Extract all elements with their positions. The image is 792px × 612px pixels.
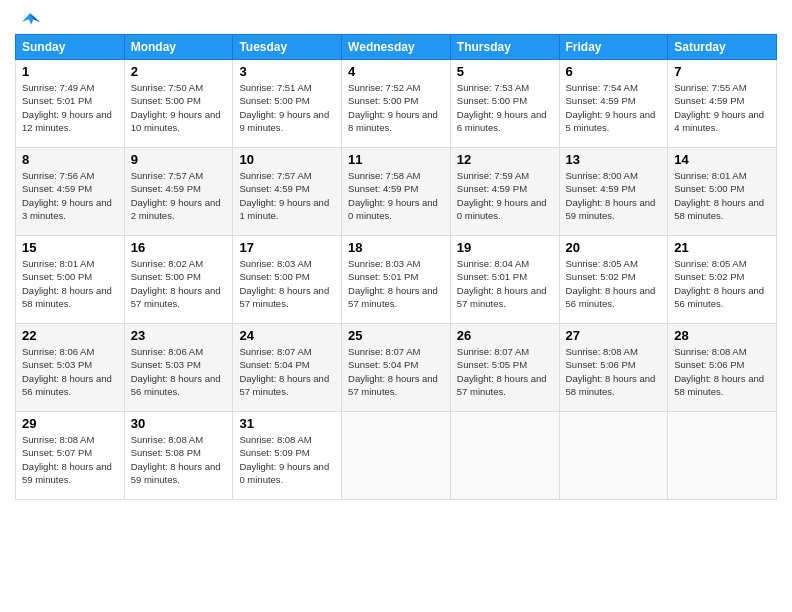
sunset-label: Sunset: 5:00 PM xyxy=(131,95,201,106)
calendar-cell: 14 Sunrise: 8:01 AM Sunset: 5:00 PM Dayl… xyxy=(668,148,777,236)
calendar-week-5: 29 Sunrise: 8:08 AM Sunset: 5:07 PM Dayl… xyxy=(16,412,777,500)
calendar-week-2: 8 Sunrise: 7:56 AM Sunset: 4:59 PM Dayli… xyxy=(16,148,777,236)
day-info: Sunrise: 7:58 AM Sunset: 4:59 PM Dayligh… xyxy=(348,169,444,222)
calendar-week-1: 1 Sunrise: 7:49 AM Sunset: 5:01 PM Dayli… xyxy=(16,60,777,148)
day-number: 23 xyxy=(131,328,227,343)
sunset-label: Sunset: 4:59 PM xyxy=(566,95,636,106)
day-info: Sunrise: 8:07 AM Sunset: 5:05 PM Dayligh… xyxy=(457,345,553,398)
calendar-header-wednesday: Wednesday xyxy=(342,35,451,60)
sunrise-label: Sunrise: 7:57 AM xyxy=(131,170,203,181)
day-info: Sunrise: 7:50 AM Sunset: 5:00 PM Dayligh… xyxy=(131,81,227,134)
calendar-cell: 29 Sunrise: 8:08 AM Sunset: 5:07 PM Dayl… xyxy=(16,412,125,500)
day-number: 31 xyxy=(239,416,335,431)
calendar-cell: 15 Sunrise: 8:01 AM Sunset: 5:00 PM Dayl… xyxy=(16,236,125,324)
calendar-week-4: 22 Sunrise: 8:06 AM Sunset: 5:03 PM Dayl… xyxy=(16,324,777,412)
sunrise-label: Sunrise: 7:53 AM xyxy=(457,82,529,93)
day-info: Sunrise: 8:01 AM Sunset: 5:00 PM Dayligh… xyxy=(22,257,118,310)
calendar-cell: 6 Sunrise: 7:54 AM Sunset: 4:59 PM Dayli… xyxy=(559,60,668,148)
day-info: Sunrise: 7:55 AM Sunset: 4:59 PM Dayligh… xyxy=(674,81,770,134)
sunrise-label: Sunrise: 8:07 AM xyxy=(457,346,529,357)
sunrise-label: Sunrise: 7:54 AM xyxy=(566,82,638,93)
day-number: 15 xyxy=(22,240,118,255)
day-number: 20 xyxy=(566,240,662,255)
sunrise-label: Sunrise: 8:06 AM xyxy=(22,346,94,357)
sunset-label: Sunset: 5:05 PM xyxy=(457,359,527,370)
calendar-cell: 12 Sunrise: 7:59 AM Sunset: 4:59 PM Dayl… xyxy=(450,148,559,236)
calendar-cell: 19 Sunrise: 8:04 AM Sunset: 5:01 PM Dayl… xyxy=(450,236,559,324)
daylight-label: Daylight: 8 hours and 56 minutes. xyxy=(674,285,764,309)
sunset-label: Sunset: 5:00 PM xyxy=(22,271,92,282)
daylight-label: Daylight: 8 hours and 58 minutes. xyxy=(674,373,764,397)
sunrise-label: Sunrise: 7:56 AM xyxy=(22,170,94,181)
sunset-label: Sunset: 5:00 PM xyxy=(674,183,744,194)
sunrise-label: Sunrise: 7:49 AM xyxy=(22,82,94,93)
sunset-label: Sunset: 4:59 PM xyxy=(674,95,744,106)
daylight-label: Daylight: 8 hours and 56 minutes. xyxy=(566,285,656,309)
day-number: 28 xyxy=(674,328,770,343)
sunset-label: Sunset: 5:01 PM xyxy=(348,271,418,282)
day-number: 16 xyxy=(131,240,227,255)
daylight-label: Daylight: 8 hours and 57 minutes. xyxy=(457,373,547,397)
sunrise-label: Sunrise: 8:05 AM xyxy=(674,258,746,269)
calendar-cell xyxy=(559,412,668,500)
day-number: 7 xyxy=(674,64,770,79)
day-info: Sunrise: 8:08 AM Sunset: 5:06 PM Dayligh… xyxy=(674,345,770,398)
sunset-label: Sunset: 5:00 PM xyxy=(131,271,201,282)
calendar-cell: 2 Sunrise: 7:50 AM Sunset: 5:00 PM Dayli… xyxy=(124,60,233,148)
day-info: Sunrise: 8:04 AM Sunset: 5:01 PM Dayligh… xyxy=(457,257,553,310)
day-info: Sunrise: 7:59 AM Sunset: 4:59 PM Dayligh… xyxy=(457,169,553,222)
sunset-label: Sunset: 5:03 PM xyxy=(131,359,201,370)
sunrise-label: Sunrise: 7:50 AM xyxy=(131,82,203,93)
sunset-label: Sunset: 5:01 PM xyxy=(457,271,527,282)
calendar-cell: 23 Sunrise: 8:06 AM Sunset: 5:03 PM Dayl… xyxy=(124,324,233,412)
sunset-label: Sunset: 5:04 PM xyxy=(239,359,309,370)
sunset-label: Sunset: 4:59 PM xyxy=(457,183,527,194)
day-number: 25 xyxy=(348,328,444,343)
calendar-header-tuesday: Tuesday xyxy=(233,35,342,60)
calendar-header-sunday: Sunday xyxy=(16,35,125,60)
daylight-label: Daylight: 9 hours and 8 minutes. xyxy=(348,109,438,133)
day-number: 17 xyxy=(239,240,335,255)
day-info: Sunrise: 7:56 AM Sunset: 4:59 PM Dayligh… xyxy=(22,169,118,222)
sunrise-label: Sunrise: 8:08 AM xyxy=(239,434,311,445)
daylight-label: Daylight: 8 hours and 58 minutes. xyxy=(566,373,656,397)
sunset-label: Sunset: 5:04 PM xyxy=(348,359,418,370)
sunset-label: Sunset: 4:59 PM xyxy=(566,183,636,194)
calendar-cell: 20 Sunrise: 8:05 AM Sunset: 5:02 PM Dayl… xyxy=(559,236,668,324)
calendar-cell: 17 Sunrise: 8:03 AM Sunset: 5:00 PM Dayl… xyxy=(233,236,342,324)
calendar-cell: 16 Sunrise: 8:02 AM Sunset: 5:00 PM Dayl… xyxy=(124,236,233,324)
daylight-label: Daylight: 9 hours and 1 minute. xyxy=(239,197,329,221)
day-number: 10 xyxy=(239,152,335,167)
day-info: Sunrise: 8:05 AM Sunset: 5:02 PM Dayligh… xyxy=(674,257,770,310)
daylight-label: Daylight: 8 hours and 57 minutes. xyxy=(239,373,329,397)
day-info: Sunrise: 8:06 AM Sunset: 5:03 PM Dayligh… xyxy=(22,345,118,398)
daylight-label: Daylight: 9 hours and 4 minutes. xyxy=(674,109,764,133)
day-info: Sunrise: 7:51 AM Sunset: 5:00 PM Dayligh… xyxy=(239,81,335,134)
calendar-cell xyxy=(342,412,451,500)
logo-icon xyxy=(15,10,45,30)
calendar-cell: 3 Sunrise: 7:51 AM Sunset: 5:00 PM Dayli… xyxy=(233,60,342,148)
day-info: Sunrise: 8:08 AM Sunset: 5:06 PM Dayligh… xyxy=(566,345,662,398)
daylight-label: Daylight: 8 hours and 57 minutes. xyxy=(239,285,329,309)
sunrise-label: Sunrise: 8:08 AM xyxy=(22,434,94,445)
daylight-label: Daylight: 9 hours and 9 minutes. xyxy=(239,109,329,133)
day-number: 26 xyxy=(457,328,553,343)
sunrise-label: Sunrise: 8:06 AM xyxy=(131,346,203,357)
day-info: Sunrise: 8:00 AM Sunset: 4:59 PM Dayligh… xyxy=(566,169,662,222)
daylight-label: Daylight: 9 hours and 5 minutes. xyxy=(566,109,656,133)
day-info: Sunrise: 8:07 AM Sunset: 5:04 PM Dayligh… xyxy=(239,345,335,398)
calendar-cell xyxy=(450,412,559,500)
calendar-header-monday: Monday xyxy=(124,35,233,60)
day-number: 3 xyxy=(239,64,335,79)
sunset-label: Sunset: 5:00 PM xyxy=(348,95,418,106)
day-info: Sunrise: 8:08 AM Sunset: 5:08 PM Dayligh… xyxy=(131,433,227,486)
calendar-week-3: 15 Sunrise: 8:01 AM Sunset: 5:00 PM Dayl… xyxy=(16,236,777,324)
logo xyxy=(15,10,49,30)
sunset-label: Sunset: 5:08 PM xyxy=(131,447,201,458)
day-number: 14 xyxy=(674,152,770,167)
day-info: Sunrise: 8:03 AM Sunset: 5:00 PM Dayligh… xyxy=(239,257,335,310)
day-info: Sunrise: 8:01 AM Sunset: 5:00 PM Dayligh… xyxy=(674,169,770,222)
sunset-label: Sunset: 4:59 PM xyxy=(239,183,309,194)
day-info: Sunrise: 8:06 AM Sunset: 5:03 PM Dayligh… xyxy=(131,345,227,398)
calendar-cell: 27 Sunrise: 8:08 AM Sunset: 5:06 PM Dayl… xyxy=(559,324,668,412)
